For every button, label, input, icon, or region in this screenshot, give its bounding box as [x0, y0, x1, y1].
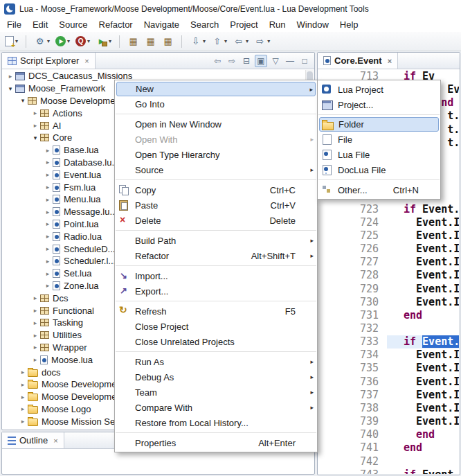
- menu-item-copy[interactable]: CopyCtrl+C: [115, 182, 317, 197]
- editor-line[interactable]: end: [387, 309, 459, 322]
- previous-annotation-button[interactable]: ▾: [209, 34, 229, 49]
- menu-item-export[interactable]: Export...: [115, 283, 317, 299]
- editor-line[interactable]: if Event.ta: [387, 468, 459, 474]
- menu-item-run-as[interactable]: Run As▸: [115, 354, 317, 369]
- collapsed-arrow-icon[interactable]: ▸: [43, 159, 53, 166]
- menu-item-paste[interactable]: PasteCtrl+V: [115, 197, 317, 213]
- collapsed-arrow-icon[interactable]: ▸: [18, 381, 28, 388]
- editor-line[interactable]: Event.I: [387, 376, 459, 389]
- menubar-source[interactable]: Source: [53, 18, 93, 31]
- expanded-arrow-icon[interactable]: ▾: [6, 85, 15, 92]
- line-number[interactable]: 732: [318, 322, 387, 335]
- expanded-arrow-icon[interactable]: ▾: [18, 97, 28, 104]
- editor-line[interactable]: Event.I: [387, 216, 459, 229]
- collapsed-arrow-icon[interactable]: ▸: [30, 356, 40, 363]
- back-icon[interactable]: ⇦: [211, 55, 224, 67]
- editor-line[interactable]: Event.I: [387, 296, 459, 309]
- menubar-window[interactable]: Window: [291, 18, 334, 31]
- menu-item-delete[interactable]: DeleteDelete: [115, 213, 317, 228]
- forward-icon[interactable]: ⇨: [226, 55, 238, 67]
- menu-item-source[interactable]: Source▸: [115, 162, 317, 177]
- menu-item-properties[interactable]: PropertiesAlt+Enter: [115, 435, 317, 450]
- link-with-editor-icon[interactable]: ▣: [255, 55, 267, 67]
- close-icon[interactable]: ×: [84, 57, 89, 65]
- collapsed-arrow-icon[interactable]: ▸: [30, 294, 40, 301]
- menu-item-go-into[interactable]: Go Into: [115, 96, 317, 112]
- menu-item-open-type-hierarchy[interactable]: Open Type Hierarchy: [115, 147, 317, 162]
- line-number[interactable]: 729: [318, 283, 387, 296]
- run-dropdown-icon[interactable]: ▾: [67, 38, 70, 44]
- collapsed-arrow-icon[interactable]: ▸: [43, 282, 53, 289]
- line-number[interactable]: 724: [318, 216, 387, 229]
- external-tools-button[interactable]: ▾: [93, 34, 114, 49]
- editor-line[interactable]: Event.I: [387, 269, 459, 282]
- collapsed-arrow-icon[interactable]: ▸: [43, 196, 53, 203]
- menu-item-build-path[interactable]: Build Path▸: [115, 233, 317, 248]
- menu-item-import[interactable]: Import...: [115, 268, 317, 283]
- new-wizard-dropdown-icon[interactable]: ▾: [15, 38, 18, 44]
- menu-item-restore-from-local-history[interactable]: Restore from Local History...: [115, 415, 317, 430]
- collapsed-arrow-icon[interactable]: ▸: [18, 369, 28, 376]
- table-view-2-button[interactable]: [143, 34, 159, 49]
- forward-dropdown-icon[interactable]: ▾: [267, 38, 270, 44]
- collapsed-arrow-icon[interactable]: ▸: [43, 171, 53, 178]
- menubar-file[interactable]: File: [1, 18, 27, 31]
- debug-dropdown-icon[interactable]: ▾: [47, 38, 50, 44]
- menu-item-new[interactable]: New▸: [116, 82, 316, 96]
- line-number[interactable]: 738: [318, 402, 387, 415]
- menu-item-debug-as[interactable]: Debug As▸: [115, 369, 317, 385]
- collapsed-arrow-icon[interactable]: ▸: [18, 394, 28, 400]
- menubar-help[interactable]: Help: [334, 18, 364, 31]
- menubar-run[interactable]: Run: [264, 18, 291, 31]
- line-number[interactable]: 739: [318, 415, 387, 428]
- table-view-3-button[interactable]: [160, 34, 176, 49]
- menu-item-open-with[interactable]: Open With▸: [115, 132, 317, 147]
- line-number[interactable]: 743: [318, 468, 387, 474]
- submenu-item-folder[interactable]: Folder: [319, 117, 439, 132]
- editor-line[interactable]: [387, 322, 459, 335]
- collapsed-arrow-icon[interactable]: ▸: [43, 233, 53, 240]
- collapsed-arrow-icon[interactable]: ▸: [30, 307, 40, 314]
- menu-item-refresh[interactable]: RefreshF5: [115, 303, 317, 319]
- line-number[interactable]: 730: [318, 296, 387, 309]
- next-annotation-dropdown-icon[interactable]: ▾: [203, 38, 206, 44]
- new-wizard-button[interactable]: ▾: [3, 34, 20, 49]
- collapsed-arrow-icon[interactable]: ▸: [30, 344, 40, 351]
- editor-line[interactable]: [387, 455, 459, 468]
- minimize-icon[interactable]: —: [284, 55, 296, 67]
- editor-line[interactable]: if Event.: [387, 335, 459, 349]
- close-icon[interactable]: ×: [388, 57, 392, 65]
- line-number[interactable]: 740: [318, 428, 387, 441]
- submenu-item-file[interactable]: File: [318, 132, 440, 147]
- line-number[interactable]: 734: [318, 349, 387, 362]
- editor-line[interactable]: Event.I: [387, 402, 459, 415]
- editor-line[interactable]: Event.I: [387, 256, 459, 269]
- line-number[interactable]: 735: [318, 362, 387, 375]
- collapsed-arrow-icon[interactable]: ▸: [43, 184, 53, 191]
- submenu-item-doclua-file[interactable]: DocLua File: [318, 162, 440, 177]
- collapsed-arrow-icon[interactable]: ▸: [43, 147, 53, 154]
- line-number[interactable]: 725: [318, 229, 387, 243]
- debug-button[interactable]: ▾: [32, 34, 52, 49]
- menu-item-close-unrelated-projects[interactable]: Close Unrelated Projects: [115, 334, 317, 349]
- editor-line[interactable]: Event.I: [387, 362, 459, 375]
- maximize-icon[interactable]: □: [298, 55, 311, 67]
- submenu-item-project[interactable]: Project...: [318, 97, 440, 112]
- menu-item-open-in-new-window[interactable]: Open in New Window: [115, 116, 317, 132]
- line-number[interactable]: 741: [318, 441, 387, 455]
- editor-line[interactable]: if Event.: [387, 203, 459, 216]
- tab-script-explorer[interactable]: Script Explorer ×: [2, 53, 96, 69]
- collapsed-arrow-icon[interactable]: ▸: [18, 418, 28, 425]
- menu-item-close-project[interactable]: Close Project: [115, 319, 317, 334]
- collapsed-arrow-icon[interactable]: ▸: [30, 122, 40, 129]
- collapsed-arrow-icon[interactable]: ▸: [30, 109, 40, 116]
- line-number[interactable]: 737: [318, 389, 387, 402]
- collapse-all-icon[interactable]: ⊟: [240, 55, 253, 67]
- expanded-arrow-icon[interactable]: ▾: [30, 134, 40, 141]
- menubar-navigate[interactable]: Navigate: [138, 18, 185, 31]
- collapsed-arrow-icon[interactable]: ▸: [30, 332, 40, 339]
- back-dropdown-icon[interactable]: ▾: [246, 38, 248, 44]
- run-button[interactable]: ▾: [53, 34, 72, 49]
- collapsed-arrow-icon[interactable]: ▸: [18, 405, 28, 412]
- line-number[interactable]: 723: [318, 203, 387, 216]
